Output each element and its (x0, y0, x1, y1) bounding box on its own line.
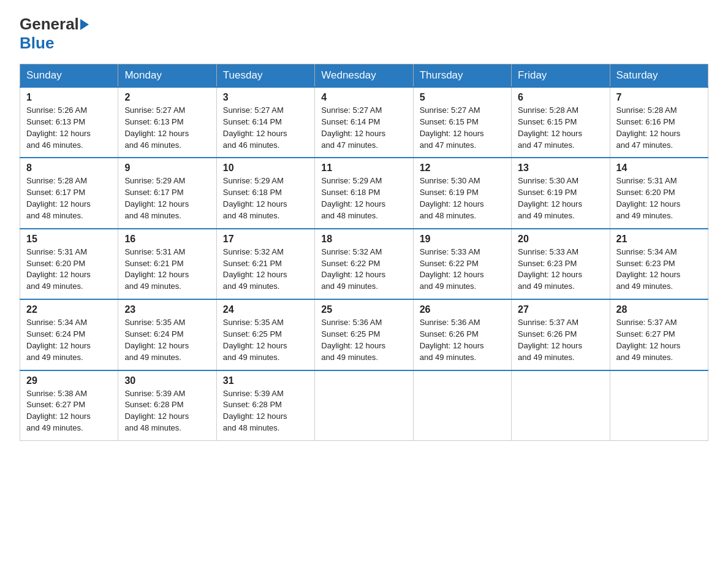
calendar-cell: 18Sunrise: 5:32 AMSunset: 6:22 PMDayligh… (315, 229, 413, 299)
day-info: Sunrise: 5:27 AMSunset: 6:14 PMDaylight:… (223, 105, 308, 151)
calendar-cell: 19Sunrise: 5:33 AMSunset: 6:22 PMDayligh… (413, 229, 511, 299)
weekday-header-saturday: Saturday (610, 64, 708, 88)
calendar-cell (610, 370, 708, 441)
day-number: 5 (420, 92, 505, 103)
day-number: 28 (616, 304, 702, 315)
calendar-cell: 26Sunrise: 5:36 AMSunset: 6:26 PMDayligh… (413, 299, 511, 370)
day-number: 6 (518, 92, 603, 103)
calendar-week-row: 8Sunrise: 5:28 AMSunset: 6:17 PMDaylight… (20, 158, 708, 228)
calendar-cell: 30Sunrise: 5:39 AMSunset: 6:28 PMDayligh… (118, 370, 216, 441)
day-number: 24 (223, 304, 308, 315)
day-info: Sunrise: 5:26 AMSunset: 6:13 PMDaylight:… (26, 105, 112, 151)
calendar-cell: 14Sunrise: 5:31 AMSunset: 6:20 PMDayligh… (610, 158, 708, 228)
day-number: 29 (26, 375, 112, 386)
calendar-cell: 6Sunrise: 5:28 AMSunset: 6:15 PMDaylight… (512, 87, 610, 158)
day-number: 13 (518, 163, 603, 174)
day-info: Sunrise: 5:27 AMSunset: 6:15 PMDaylight:… (420, 105, 505, 151)
logo-arrow-icon (80, 19, 89, 30)
calendar-cell: 2Sunrise: 5:27 AMSunset: 6:13 PMDaylight… (118, 87, 216, 158)
calendar-cell: 17Sunrise: 5:32 AMSunset: 6:21 PMDayligh… (216, 229, 314, 299)
calendar-cell: 12Sunrise: 5:30 AMSunset: 6:19 PMDayligh… (413, 158, 511, 228)
day-number: 3 (223, 92, 308, 103)
calendar-week-row: 1Sunrise: 5:26 AMSunset: 6:13 PMDaylight… (20, 87, 708, 158)
day-info: Sunrise: 5:39 AMSunset: 6:28 PMDaylight:… (223, 388, 308, 434)
weekday-header-wednesday: Wednesday (315, 64, 413, 88)
day-info: Sunrise: 5:37 AMSunset: 6:27 PMDaylight:… (616, 317, 702, 363)
calendar-cell: 20Sunrise: 5:33 AMSunset: 6:23 PMDayligh… (512, 229, 610, 299)
day-info: Sunrise: 5:35 AMSunset: 6:25 PMDaylight:… (223, 317, 308, 363)
day-number: 11 (321, 163, 406, 174)
day-number: 31 (223, 375, 308, 386)
calendar-cell: 11Sunrise: 5:29 AMSunset: 6:18 PMDayligh… (315, 158, 413, 228)
day-info: Sunrise: 5:31 AMSunset: 6:20 PMDaylight:… (616, 175, 702, 221)
day-number: 19 (420, 234, 505, 245)
day-info: Sunrise: 5:31 AMSunset: 6:20 PMDaylight:… (26, 247, 112, 293)
calendar-cell: 9Sunrise: 5:29 AMSunset: 6:17 PMDaylight… (118, 158, 216, 228)
logo: General Blue (20, 15, 90, 53)
day-number: 30 (124, 375, 210, 386)
day-info: Sunrise: 5:34 AMSunset: 6:24 PMDaylight:… (26, 317, 112, 363)
day-number: 20 (518, 234, 603, 245)
calendar-cell (512, 370, 610, 441)
day-info: Sunrise: 5:38 AMSunset: 6:27 PMDaylight:… (26, 388, 112, 434)
day-info: Sunrise: 5:32 AMSunset: 6:21 PMDaylight:… (223, 247, 308, 293)
day-info: Sunrise: 5:29 AMSunset: 6:17 PMDaylight:… (124, 175, 210, 221)
weekday-header-sunday: Sunday (20, 64, 118, 88)
day-number: 25 (321, 304, 406, 315)
day-number: 10 (223, 163, 308, 174)
calendar-cell: 29Sunrise: 5:38 AMSunset: 6:27 PMDayligh… (20, 370, 118, 441)
day-info: Sunrise: 5:27 AMSunset: 6:13 PMDaylight:… (124, 105, 210, 151)
day-number: 17 (223, 234, 308, 245)
day-info: Sunrise: 5:37 AMSunset: 6:26 PMDaylight:… (518, 317, 603, 363)
day-number: 14 (616, 163, 702, 174)
day-info: Sunrise: 5:28 AMSunset: 6:15 PMDaylight:… (518, 105, 603, 151)
calendar-cell: 7Sunrise: 5:28 AMSunset: 6:16 PMDaylight… (610, 87, 708, 158)
calendar-cell: 10Sunrise: 5:29 AMSunset: 6:18 PMDayligh… (216, 158, 314, 228)
calendar-week-row: 22Sunrise: 5:34 AMSunset: 6:24 PMDayligh… (20, 299, 708, 370)
day-info: Sunrise: 5:33 AMSunset: 6:23 PMDaylight:… (518, 247, 603, 293)
calendar-table: SundayMondayTuesdayWednesdayThursdayFrid… (20, 64, 708, 441)
day-number: 21 (616, 234, 702, 245)
weekday-header-row: SundayMondayTuesdayWednesdayThursdayFrid… (20, 64, 708, 88)
calendar-cell (315, 370, 413, 441)
calendar-week-row: 29Sunrise: 5:38 AMSunset: 6:27 PMDayligh… (20, 370, 708, 441)
calendar-cell: 25Sunrise: 5:36 AMSunset: 6:25 PMDayligh… (315, 299, 413, 370)
day-number: 12 (420, 163, 505, 174)
day-info: Sunrise: 5:27 AMSunset: 6:14 PMDaylight:… (321, 105, 406, 151)
day-number: 4 (321, 92, 406, 103)
day-number: 9 (124, 163, 210, 174)
calendar-cell: 15Sunrise: 5:31 AMSunset: 6:20 PMDayligh… (20, 229, 118, 299)
page-header: General Blue (20, 15, 708, 53)
day-number: 23 (124, 304, 210, 315)
calendar-cell (413, 370, 511, 441)
calendar-cell: 24Sunrise: 5:35 AMSunset: 6:25 PMDayligh… (216, 299, 314, 370)
calendar-cell: 31Sunrise: 5:39 AMSunset: 6:28 PMDayligh… (216, 370, 314, 441)
day-info: Sunrise: 5:29 AMSunset: 6:18 PMDaylight:… (321, 175, 406, 221)
weekday-header-tuesday: Tuesday (216, 64, 314, 88)
day-number: 2 (124, 92, 210, 103)
day-number: 1 (26, 92, 112, 103)
day-info: Sunrise: 5:28 AMSunset: 6:17 PMDaylight:… (26, 175, 112, 221)
calendar-cell: 23Sunrise: 5:35 AMSunset: 6:24 PMDayligh… (118, 299, 216, 370)
day-info: Sunrise: 5:28 AMSunset: 6:16 PMDaylight:… (616, 105, 702, 151)
calendar-cell: 21Sunrise: 5:34 AMSunset: 6:23 PMDayligh… (610, 229, 708, 299)
calendar-cell: 5Sunrise: 5:27 AMSunset: 6:15 PMDaylight… (413, 87, 511, 158)
day-number: 16 (124, 234, 210, 245)
day-number: 7 (616, 92, 702, 103)
day-number: 26 (420, 304, 505, 315)
day-info: Sunrise: 5:29 AMSunset: 6:18 PMDaylight:… (223, 175, 308, 221)
calendar-cell: 28Sunrise: 5:37 AMSunset: 6:27 PMDayligh… (610, 299, 708, 370)
weekday-header-monday: Monday (118, 64, 216, 88)
day-info: Sunrise: 5:31 AMSunset: 6:21 PMDaylight:… (124, 247, 210, 293)
day-number: 15 (26, 234, 112, 245)
day-info: Sunrise: 5:36 AMSunset: 6:25 PMDaylight:… (321, 317, 406, 363)
day-info: Sunrise: 5:36 AMSunset: 6:26 PMDaylight:… (420, 317, 505, 363)
calendar-cell: 1Sunrise: 5:26 AMSunset: 6:13 PMDaylight… (20, 87, 118, 158)
day-info: Sunrise: 5:39 AMSunset: 6:28 PMDaylight:… (124, 388, 210, 434)
calendar-cell: 4Sunrise: 5:27 AMSunset: 6:14 PMDaylight… (315, 87, 413, 158)
calendar-cell: 3Sunrise: 5:27 AMSunset: 6:14 PMDaylight… (216, 87, 314, 158)
calendar-cell: 16Sunrise: 5:31 AMSunset: 6:21 PMDayligh… (118, 229, 216, 299)
day-info: Sunrise: 5:33 AMSunset: 6:22 PMDaylight:… (420, 247, 505, 293)
logo-blue-text: Blue (20, 34, 54, 53)
calendar-cell: 27Sunrise: 5:37 AMSunset: 6:26 PMDayligh… (512, 299, 610, 370)
